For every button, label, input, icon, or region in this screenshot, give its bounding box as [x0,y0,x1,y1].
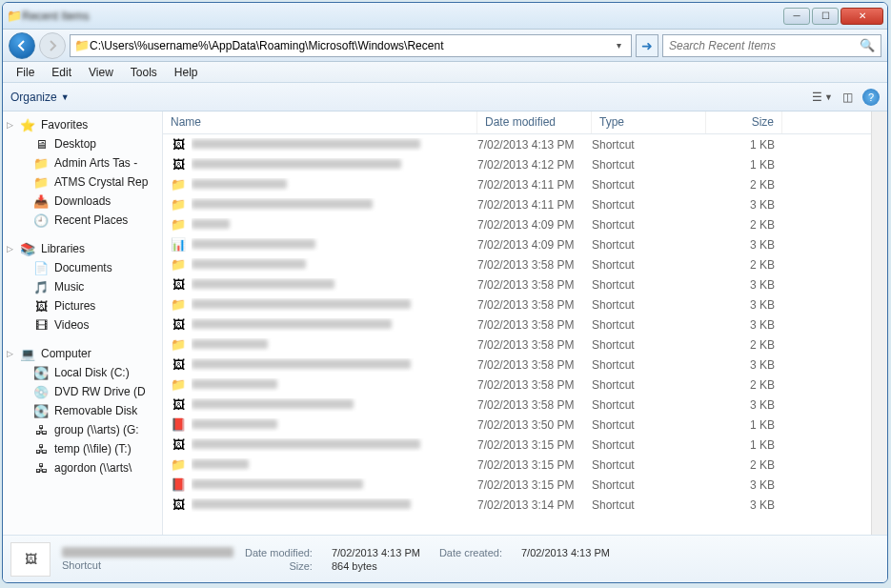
search-input[interactable] [669,39,860,52]
sidebar-item[interactable]: 💽Removable Disk [3,401,162,420]
sidebar-item[interactable]: 💿DVD RW Drive (D [3,382,162,401]
file-date: 7/02/2013 4:11 PM [477,198,592,212]
sidebar-item[interactable]: 🖥Desktop [3,134,162,153]
sidebar-item[interactable]: 📥Downloads [3,192,162,211]
maximize-button[interactable]: ☐ [812,8,839,25]
view-mode-button[interactable]: ☰ ▼ [812,91,833,104]
date-created-value: 7/02/2013 4:13 PM [521,547,610,558]
sidebar-item[interactable]: 🖼Pictures [3,296,162,315]
sidebar-item[interactable]: 🕘Recent Places [3,211,162,230]
file-row[interactable]: 📁7/02/2013 4:11 PMShortcut2 KB [163,174,871,194]
file-row[interactable]: 📕7/02/2013 3:15 PMShortcut3 KB [163,475,871,495]
folder-icon: 📁 [33,155,49,171]
file-row[interactable]: 🖼7/02/2013 3:14 PMShortcut3 KB [163,495,871,515]
sidebar-item[interactable]: 📁ATMS Crystal Rep [3,172,162,192]
help-button[interactable]: ? [862,89,880,106]
file-size: 3 KB [706,478,782,492]
date-created-label: Date created: [439,547,502,558]
vertical-scrollbar[interactable] [871,112,887,535]
column-size[interactable]: Size [706,112,782,133]
address-dropdown[interactable]: ▾ [610,40,627,51]
forward-button[interactable] [39,32,66,59]
menu-edit[interactable]: Edit [44,64,79,81]
search-box[interactable]: 🔍 [662,34,881,57]
file-name [192,318,477,332]
menu-view[interactable]: View [81,64,121,81]
file-row[interactable]: 📁7/02/2013 3:58 PMShortcut2 KB [163,254,871,274]
file-row[interactable]: 🖼7/02/2013 3:58 PMShortcut3 KB [163,314,871,335]
preview-pane-button[interactable]: ◫ [842,91,853,104]
sidebar-item[interactable]: 🎞Videos [3,315,162,335]
file-row[interactable]: 📊7/02/2013 4:09 PMShortcut3 KB [163,234,871,254]
file-type: Shortcut [592,298,706,312]
img-icon: 🖼 [171,497,186,513]
file-row[interactable]: 🖼7/02/2013 3:58 PMShortcut3 KB [163,274,871,294]
file-row[interactable]: 🖼7/02/2013 4:12 PMShortcut1 KB [163,154,871,174]
file-row[interactable]: 📁7/02/2013 3:15 PMShortcut2 KB [163,455,871,475]
libraries-header[interactable]: ▷ 📚 Libraries [3,239,162,258]
file-name [192,338,477,352]
favorites-header[interactable]: ▷ ⭐ Favorites [3,115,162,134]
column-name[interactable]: Name [163,112,477,133]
sidebar-item[interactable]: 💽Local Disk (C:) [3,363,162,382]
libraries-label: Libraries [41,242,85,255]
file-type: Shortcut [592,178,706,192]
file-type: Shortcut [592,258,706,272]
column-type[interactable]: Type [592,112,706,133]
file-row[interactable]: 📁7/02/2013 4:09 PMShortcut2 KB [163,214,871,234]
file-row[interactable]: 📁7/02/2013 3:58 PMShortcut2 KB [163,335,871,355]
sidebar-item[interactable]: 🎵Music [3,277,162,296]
navigation-pane[interactable]: ▷ ⭐ Favorites 🖥Desktop📁Admin Arts Tas -📁… [3,112,163,535]
file-name [192,258,477,272]
file-row[interactable]: 🖼7/02/2013 4:13 PMShortcut1 KB [163,134,871,154]
file-row[interactable]: 📁7/02/2013 3:58 PMShortcut2 KB [163,375,871,395]
file-date: 7/02/2013 4:11 PM [477,178,592,192]
file-date: 7/02/2013 3:15 PM [477,438,592,452]
file-row[interactable]: 🖼7/02/2013 3:58 PMShortcut3 KB [163,395,871,415]
file-size: 1 KB [706,138,782,152]
file-name [192,478,477,492]
file-type: Shortcut [592,438,706,452]
sidebar-item-label: Desktop [54,137,96,151]
file-list[interactable]: 🖼7/02/2013 4:13 PMShortcut1 KB🖼7/02/2013… [163,134,871,535]
file-name [192,218,477,232]
recent-icon: 🕘 [33,213,49,228]
file-row[interactable]: 🖼7/02/2013 3:58 PMShortcut3 KB [163,355,871,375]
menu-file[interactable]: File [9,64,42,81]
file-row[interactable]: 📕7/02/2013 3:50 PMShortcut1 KB [163,415,871,435]
sidebar-item[interactable]: 📄Documents [3,258,162,277]
sidebar-item[interactable]: 📁Admin Arts Tas - [3,153,162,172]
file-date: 7/02/2013 4:12 PM [477,158,592,172]
file-row[interactable]: 🖼7/02/2013 3:15 PMShortcut1 KB [163,435,871,455]
column-headers[interactable]: Name Date modified Type Size [163,112,871,134]
explorer-window: 📁 Recent Items ─ ☐ ✕ 📁 C:\Users\%usernam… [2,2,888,583]
sidebar-item[interactable]: 🖧temp (\\file) (T:) [3,439,162,458]
minimize-button[interactable]: ─ [783,8,810,25]
file-row[interactable]: 📁7/02/2013 4:11 PMShortcut3 KB [163,194,871,214]
libraries-group: ▷ 📚 Libraries 📄Documents🎵Music🖼Pictures🎞… [3,239,162,335]
file-type: Shortcut [592,158,706,172]
file-row[interactable]: 📁7/02/2013 3:58 PMShortcut3 KB [163,294,871,314]
sidebar-item-label: Removable Disk [54,404,137,417]
organize-button[interactable]: Organize ▼ [10,91,70,104]
sidebar-item[interactable]: 🖧group (\\arts) (G: [3,420,162,439]
address-path: C:\Users\%username%\AppData\Roaming\Micr… [90,39,610,52]
go-arrow-icon: ➜ [641,38,653,53]
back-button[interactable] [9,32,35,59]
go-button[interactable]: ➜ [636,34,658,57]
titlebar[interactable]: 📁 Recent Items ─ ☐ ✕ [3,3,887,30]
chevron-down-icon: ▼ [61,92,70,102]
sidebar-item[interactable]: 🖧agordon (\\arts\ [3,458,162,477]
collapse-icon[interactable]: ▷ [7,244,13,253]
computer-header[interactable]: ▷ 💻 Computer [3,344,162,363]
menu-tools[interactable]: Tools [123,64,165,81]
search-icon[interactable]: 🔍 [860,38,875,52]
collapse-icon[interactable]: ▷ [7,120,13,130]
collapse-icon[interactable]: ▷ [7,349,13,358]
file-type: Shortcut [592,318,706,332]
address-bar[interactable]: 📁 C:\Users\%username%\AppData\Roaming\Mi… [70,34,632,57]
column-date[interactable]: Date modified [477,112,592,133]
file-date: 7/02/2013 4:13 PM [477,138,592,152]
close-button[interactable]: ✕ [840,8,883,25]
menu-help[interactable]: Help [167,64,206,81]
